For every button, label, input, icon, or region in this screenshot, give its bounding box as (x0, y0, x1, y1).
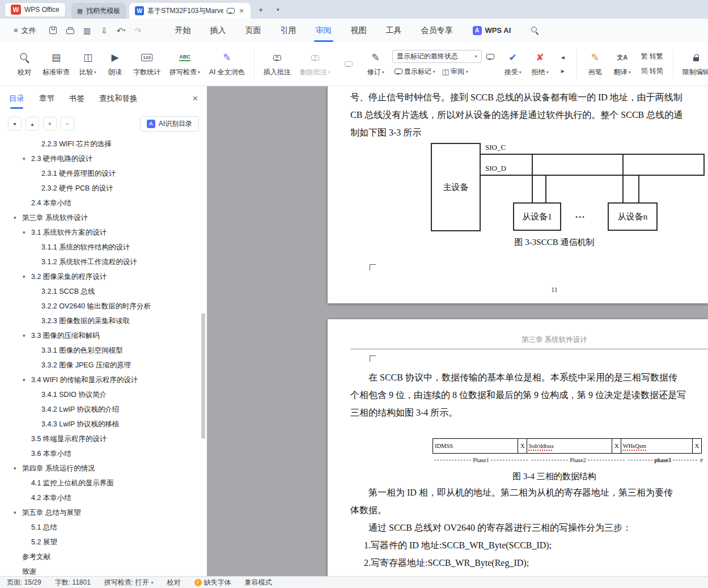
review-pane-button[interactable]: ◫ 审阅 ▾ (440, 65, 470, 78)
home-template-tab[interactable]: ▦ 找稻壳模板 (71, 3, 126, 19)
toc-item[interactable]: 3.2.3 图像数据的采集和读取 (0, 314, 199, 328)
tab-tools[interactable]: 工具 (376, 19, 412, 42)
comment-display-options-button[interactable] (484, 50, 497, 63)
word-count-indicator[interactable]: 字数: 11801 (55, 578, 91, 587)
collapse-arrow-icon[interactable]: ▾ (23, 333, 31, 339)
to-simplified-button[interactable]: 简转简 (639, 65, 665, 78)
toc-item[interactable]: ▾2.3 硬件电路的设计 (0, 151, 199, 166)
tab-chapters[interactable]: 章节 (39, 86, 54, 111)
toc-item[interactable]: ▾3.4 WIFI 的传输和显示程序的设计 (0, 373, 199, 387)
toc-item[interactable]: 5.2 展望 (0, 535, 199, 549)
collapse-all-button[interactable]: ▴ (26, 117, 39, 130)
collapse-arrow-icon[interactable]: ▾ (14, 215, 22, 221)
document-page-12[interactable]: 第三章 系统软件设计 在 SCCB 协议中，数据传输的基本单位是相。本系统中采用… (328, 319, 708, 576)
show-markup-button[interactable]: 显示标记 ▾ (392, 65, 438, 78)
toc-item[interactable]: 3.5 终端显示程序的设计 (0, 432, 199, 446)
collapse-arrow-icon[interactable]: ▾ (23, 230, 31, 235)
toc-item[interactable]: 3.3.2 图像 JPEG 压缩的原理 (0, 358, 199, 373)
toc-item[interactable]: 2.3.1 硬件原理图的设计 (0, 166, 199, 181)
print-preview-button[interactable]: ▥ (80, 24, 94, 37)
word-count-button[interactable]: 123 字数统计 (129, 45, 164, 83)
toc-item[interactable]: 3.2.1 SCCB 总线 (0, 284, 199, 299)
wps-ai-button[interactable]: A WPS AI (467, 26, 517, 35)
toc-item[interactable]: 4.2 本章小结 (0, 490, 199, 505)
zoom-out-button[interactable]: − (61, 117, 74, 130)
collapse-arrow-icon[interactable]: ▾ (23, 156, 31, 162)
page-indicator[interactable]: 页面: 15/29 (7, 578, 41, 587)
markup-state-combobox[interactable]: 显示标记的最终状态 ▾ (392, 50, 482, 63)
proofread-status[interactable]: 校对 (167, 578, 181, 587)
tab-page[interactable]: 页面 (236, 19, 271, 42)
collapse-arrow-icon[interactable]: ▾ (14, 510, 22, 515)
toc-item[interactable]: ▾第四章 系统运行的情况 (0, 461, 199, 476)
standard-review-button[interactable]: ▤ 标准审查 (39, 45, 74, 83)
collapse-arrow-icon[interactable]: ▾ (23, 377, 31, 383)
toc-item[interactable]: ▾第三章 系统软件设计 (0, 210, 199, 225)
toc-item[interactable]: 2.2.3 WIFI 芯片的选择 (0, 137, 199, 151)
print-button[interactable] (63, 24, 77, 37)
ai-polish-button[interactable]: ✎ AI 全文润色 (205, 45, 249, 83)
zoom-in-button[interactable]: + (43, 117, 57, 130)
track-changes-button[interactable]: ✎ 修订▾ (363, 45, 389, 83)
export-pdf-button[interactable]: ⇩ (97, 24, 111, 37)
sidebar-scrollbar[interactable] (201, 313, 205, 439)
tab-find-replace[interactable]: 查找和替换 (99, 86, 138, 111)
highlight-pen-button[interactable]: ✎ 画笔 (582, 45, 608, 83)
tab-review[interactable]: 审阅 (306, 19, 341, 42)
search-button[interactable] (531, 27, 539, 34)
toc-item[interactable]: 参考文献 (0, 549, 199, 564)
tab-view[interactable]: 视图 (341, 19, 376, 42)
document-page-11[interactable]: 号、停止信号时钟信号。接到 SCCB 总线的从设备都有唯一的 ID 地址，由于两… (328, 86, 708, 303)
toc-item[interactable]: 2.4 本章小结 (0, 196, 199, 210)
toc-item[interactable]: ▾3.3 图像的压缩和解码 (0, 328, 199, 343)
tab-toc[interactable]: 目录 (9, 86, 24, 111)
resolve-comment-button[interactable] (336, 45, 362, 83)
file-menu-button[interactable]: ≡ 文件 (9, 23, 41, 38)
toc-item[interactable]: 3.4.3 LwIP 协议栈的移植 (0, 417, 199, 432)
toc-item[interactable]: 3.4.2 LwIP 协议栈的介绍 (0, 402, 199, 417)
toc-item[interactable]: ▾第五章 总结与展望 (0, 505, 199, 520)
new-tab-button[interactable]: + (254, 3, 268, 16)
tab-bookmarks[interactable]: 书签 (69, 86, 84, 111)
missing-font-warning[interactable]: !缺失字体 (194, 578, 231, 587)
close-panel-icon[interactable]: × (193, 94, 198, 104)
restrict-editing-button[interactable]: 限制编辑 (679, 45, 708, 83)
reject-button[interactable]: ✘ 拒绝▾ (527, 45, 553, 83)
compatibility-mode[interactable]: 兼容模式 (245, 578, 272, 587)
close-tab-icon[interactable]: × (238, 6, 245, 15)
comment-bubble-icon[interactable] (227, 8, 235, 14)
tab-reference[interactable]: 引用 (271, 19, 306, 42)
collapse-arrow-icon[interactable]: ▾ (23, 274, 31, 280)
toc-item[interactable]: 3.1.1 系统的软件结构的设计 (0, 240, 199, 255)
translate-button[interactable]: 文A 翻译▾ (609, 45, 635, 83)
insert-comment-button[interactable]: 插入批注 (260, 45, 295, 83)
expand-all-button[interactable]: ▾ (8, 117, 22, 130)
tab-insert[interactable]: 插入 (201, 19, 236, 42)
to-traditional-button[interactable]: 繁转繁 (639, 50, 665, 63)
toc-item[interactable]: 致谢 (0, 564, 199, 576)
toc-item[interactable]: 3.4.1 SDIO 协议简介 (0, 387, 199, 402)
toc-item[interactable]: 5.1 总结 (0, 520, 199, 535)
toc-item[interactable]: ▾3.2 图像采集的程序设计 (0, 269, 199, 284)
compare-button[interactable]: ◫ 比较▾ (75, 45, 101, 83)
save-button[interactable] (46, 24, 60, 37)
read-aloud-button[interactable]: ▶ 朗读 (102, 45, 128, 83)
previous-change-button[interactable]: ◂ (557, 51, 569, 64)
document-tab[interactable]: W 基于STM32F103与Marvell8... × (129, 3, 251, 19)
toc-item[interactable]: 4.1 监控上位机的显示界面 (0, 476, 199, 490)
wps-office-button[interactable]: W WPS Office (5, 2, 66, 17)
undo-button[interactable]: ↶▾ (115, 24, 128, 37)
toc-item[interactable]: 3.2.2 OV2640 输出数据的时序分析 (0, 299, 199, 314)
tab-home[interactable]: 开始 (166, 19, 201, 42)
tab-list-chevron-icon[interactable]: ▾ (271, 3, 285, 16)
toc-item[interactable]: ▾3.1 系统软件方案的设计 (0, 225, 199, 240)
proofread-button[interactable]: 校对 (11, 45, 37, 83)
delete-comment-button[interactable]: 删除批注▾ (296, 45, 334, 83)
spell-check-status[interactable]: 拼写检查: 打开▾ (104, 578, 154, 587)
toc-item[interactable]: 3.1.2 系统软件工作流程的设计 (0, 255, 199, 269)
toc-item[interactable]: 2.3.2 硬件 PCB 的设计 (0, 181, 199, 196)
spell-check-button[interactable]: ABC 拼写检查▾ (166, 45, 204, 83)
ai-recognize-toc-button[interactable]: A AI识别目录 (140, 116, 199, 132)
next-change-button[interactable]: ▸ (557, 65, 569, 77)
accept-button[interactable]: ✔ 接受▾ (500, 45, 526, 83)
